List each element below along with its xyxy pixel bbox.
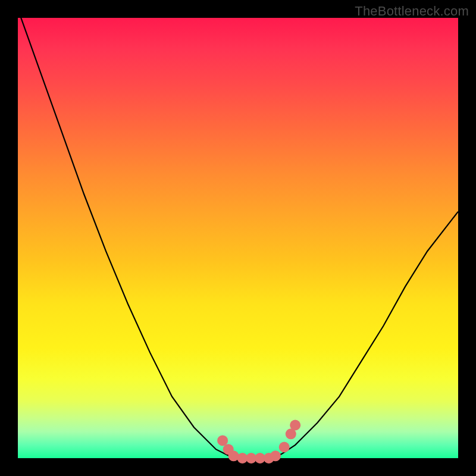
chart-frame: TheBottleneck.com <box>0 0 476 476</box>
chart-svg <box>18 18 458 458</box>
highlight-markers-group <box>217 420 300 464</box>
highlight-marker <box>270 450 281 461</box>
bottleneck-curve-line <box>18 9 458 458</box>
highlight-marker <box>290 420 300 431</box>
highlight-marker <box>217 435 228 446</box>
watermark-text: TheBottleneck.com <box>355 4 469 19</box>
highlight-marker <box>279 442 290 453</box>
